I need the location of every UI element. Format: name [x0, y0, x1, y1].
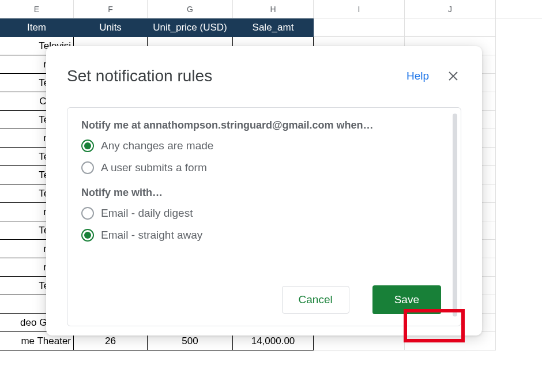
close-icon[interactable] — [445, 68, 461, 84]
radio-any-changes[interactable]: Any changes are made — [81, 140, 447, 152]
radio-icon — [81, 229, 94, 242]
cell-blank[interactable] — [405, 18, 496, 37]
save-button[interactable]: Save — [372, 285, 441, 314]
col-header-E[interactable]: E — [0, 0, 74, 18]
radio-label: Email - daily digest — [101, 207, 193, 220]
col-header-J[interactable]: J — [405, 0, 496, 18]
cancel-button[interactable]: Cancel — [282, 286, 349, 314]
col-header-I[interactable]: I — [314, 0, 405, 18]
scrollbar[interactable] — [453, 114, 457, 316]
cell-blank[interactable] — [314, 18, 405, 37]
radio-icon — [81, 207, 94, 220]
notification-rules-dialog: Set notification rules Help Notify me at… — [46, 46, 482, 336]
radio-label: A user submits a form — [101, 161, 207, 174]
col-header-G[interactable]: G — [148, 0, 233, 18]
col-header-F[interactable]: F — [74, 0, 148, 18]
radio-icon — [81, 161, 94, 174]
radio-label: Any changes are made — [101, 140, 213, 152]
header-sale-amt[interactable]: Sale_amt — [233, 18, 314, 37]
radio-straight-away[interactable]: Email - straight away — [81, 229, 447, 242]
help-link[interactable]: Help — [406, 70, 429, 82]
dialog-body: Notify me at annathompson.stringuard@gma… — [67, 107, 461, 326]
column-header-row: E F G H I J — [0, 0, 542, 18]
radio-icon — [81, 140, 94, 152]
notify-at-label: Notify me at annathompson.stringuard@gma… — [81, 119, 447, 131]
dialog-title: Set notification rules — [67, 67, 212, 85]
col-header-H[interactable]: H — [233, 0, 314, 18]
radio-label: Email - straight away — [101, 229, 202, 242]
radio-daily-digest[interactable]: Email - daily digest — [81, 207, 447, 220]
header-units[interactable]: Units — [74, 18, 148, 37]
header-unit-price[interactable]: Unit_price (USD) — [148, 18, 233, 37]
notify-with-label: Notify me with… — [81, 187, 447, 199]
radio-form-submit[interactable]: A user submits a form — [81, 161, 447, 174]
table-header-row: Item Units Unit_price (USD) Sale_amt — [0, 18, 542, 37]
header-item[interactable]: Item — [0, 18, 74, 37]
